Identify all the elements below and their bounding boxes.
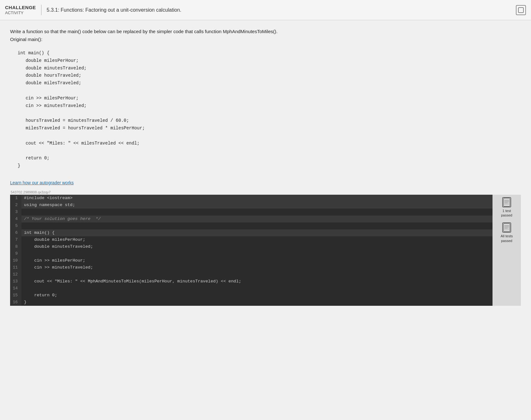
test1-badge: 1 testpassed bbox=[501, 197, 512, 218]
line-content: int main() { bbox=[21, 229, 493, 236]
test2-label: All testspassed bbox=[501, 234, 513, 243]
editor-line: 10 cin >> milesPerHour; bbox=[10, 257, 493, 264]
line-number: 15 bbox=[10, 292, 21, 299]
editor-line: 14 bbox=[10, 285, 493, 292]
page-wrapper: CHALLENGE ACTIVITY 5.3.1: Functions: Fac… bbox=[0, 0, 531, 420]
editor-line: 16} bbox=[10, 299, 493, 306]
line-number: 11 bbox=[10, 264, 21, 271]
svg-rect-5 bbox=[504, 223, 510, 232]
line-content: cin >> minutesTraveled; bbox=[21, 264, 493, 271]
activity-label: ACTIVITY bbox=[5, 10, 36, 15]
editor-line: 4/* Your solution goes here */ bbox=[10, 216, 493, 222]
main-content: Write a function so that the main() code… bbox=[0, 20, 531, 420]
line-content: #include <iostream> bbox=[21, 195, 493, 202]
header-title: 5.3.1: Functions: Factoring out a unit-c… bbox=[47, 7, 181, 13]
line-content: double minutesTraveled; bbox=[21, 243, 493, 250]
line-content: cin >> milesPerHour; bbox=[21, 257, 493, 264]
challenge-label: CHALLENGE bbox=[5, 5, 36, 10]
editor-line: 13 cout << "Miles: " << MphAndMinutesToM… bbox=[10, 278, 493, 285]
line-number: 13 bbox=[10, 278, 21, 285]
challenge-badge: CHALLENGE ACTIVITY bbox=[5, 5, 42, 15]
original-code-block: int main() { double milesPerHour; double… bbox=[10, 47, 521, 172]
editor-line: 2using namespace std; bbox=[10, 202, 493, 209]
line-content: double milesPerHour; bbox=[21, 236, 493, 243]
line-content: /* Your solution goes here */ bbox=[21, 216, 493, 222]
expand-icon[interactable] bbox=[516, 5, 526, 15]
line-number: 10 bbox=[10, 257, 21, 264]
learn-autograder-link[interactable]: Learn how our autograder works bbox=[10, 180, 74, 185]
header-bar: CHALLENGE ACTIVITY 5.3.1: Functions: Fac… bbox=[0, 0, 531, 20]
editor-line: 5 bbox=[10, 222, 493, 229]
editor-line: 8 double minutesTraveled; bbox=[10, 243, 493, 250]
line-content: cout << "Miles: " << MphAndMinutesToMile… bbox=[21, 278, 493, 285]
editor-line: 11 cin >> minutesTraveled; bbox=[10, 264, 493, 271]
code-editor-container: 1#include <iostream>2using namespace std… bbox=[10, 195, 521, 306]
editor-line: 6int main() { bbox=[10, 229, 493, 236]
test2-badge: All testspassed bbox=[501, 222, 513, 243]
editor-line: 9 bbox=[10, 250, 493, 257]
test1-label: 1 testpassed bbox=[501, 209, 512, 218]
test2-icon bbox=[502, 222, 511, 233]
line-number: 3 bbox=[10, 209, 21, 216]
description-line2: Original main(): bbox=[10, 37, 521, 42]
line-number: 5 bbox=[10, 222, 21, 229]
side-panel: 1 testpassed All testspassed bbox=[493, 195, 521, 306]
line-number: 16 bbox=[10, 299, 21, 306]
editor-id: 543702.2989808.qx3zqy7 bbox=[10, 190, 521, 194]
line-number: 12 bbox=[10, 271, 21, 278]
code-editor[interactable]: 1#include <iostream>2using namespace std… bbox=[10, 195, 493, 306]
line-content: using namespace std; bbox=[21, 202, 493, 209]
line-number: 9 bbox=[10, 250, 21, 257]
svg-rect-0 bbox=[518, 8, 523, 13]
editor-line: 12 bbox=[10, 271, 493, 278]
line-content: } bbox=[21, 299, 493, 306]
svg-rect-1 bbox=[504, 198, 510, 206]
editor-line: 3 bbox=[10, 209, 493, 216]
line-number: 6 bbox=[10, 229, 21, 236]
line-number: 4 bbox=[10, 216, 21, 222]
line-number: 1 bbox=[10, 195, 21, 202]
test1-icon bbox=[502, 197, 511, 207]
line-content: return 0; bbox=[21, 292, 493, 299]
editor-line: 15 return 0; bbox=[10, 292, 493, 299]
line-number: 2 bbox=[10, 202, 21, 209]
line-number: 14 bbox=[10, 285, 21, 292]
description-line1: Write a function so that the main() code… bbox=[10, 28, 521, 35]
editor-line: 1#include <iostream> bbox=[10, 195, 493, 202]
line-number: 8 bbox=[10, 243, 21, 250]
editor-line: 7 double milesPerHour; bbox=[10, 236, 493, 243]
line-number: 7 bbox=[10, 236, 21, 243]
